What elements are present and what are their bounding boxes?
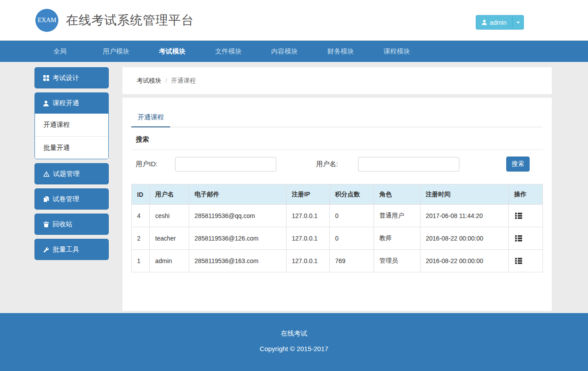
sidebar-subitem-batch-open[interactable]: 批量开通: [35, 136, 108, 159]
sidebar-item-label: 试题管理: [53, 170, 80, 178]
sidebar-item-course-open[interactable]: 课程开通: [35, 93, 108, 114]
cell-email: 2858119536@163.com: [189, 250, 286, 272]
tab-open-course[interactable]: 开通课程: [131, 108, 170, 127]
username-input[interactable]: [358, 157, 459, 172]
footer-site-name: 在线考试: [0, 329, 588, 338]
cell-operation: [509, 227, 543, 250]
cell-register-time: 2016-08-22 00:00:00: [420, 227, 509, 250]
sidebar-item-question-management[interactable]: 试题管理: [34, 163, 109, 184]
col-header-register-time: 注册时间: [420, 184, 509, 205]
sidebar-item-paper-management[interactable]: 试卷管理: [34, 188, 109, 210]
col-header-role: 角色: [374, 184, 420, 205]
trash-icon: [43, 222, 49, 227]
cell-email: 2858119536@126.com: [189, 227, 286, 250]
sidebar-item-label: 考试设计: [53, 74, 79, 82]
main-panel: 开通课程 搜索 用户ID: 用户名: 搜索 ID 用户名: [122, 98, 552, 311]
nav-item-global[interactable]: 全局: [32, 41, 88, 62]
cell-role: 管理员: [374, 250, 420, 272]
cell-id: 2: [132, 227, 150, 250]
cell-ip: 127.0.0.1: [286, 250, 330, 272]
warning-icon: [43, 171, 50, 177]
cell-register-time: 2016-08-22 00:00:00: [420, 250, 509, 272]
user-icon: [481, 19, 487, 25]
sidebar-item-label: 试卷管理: [53, 195, 79, 203]
col-header-username: 用户名: [150, 184, 189, 205]
cell-role: 普通用户: [374, 205, 420, 227]
sidebar: 考试设计 课程开通 开通课程 批量开通 试题管理 试卷管理: [34, 67, 109, 313]
cell-points: 769: [330, 250, 374, 272]
username-label: 用户名:: [316, 160, 338, 168]
operation-button[interactable]: [514, 234, 523, 242]
user-id-label: 用户ID:: [136, 160, 157, 168]
cell-ip: 127.0.0.1: [286, 205, 330, 227]
search-section-title: 搜索: [131, 127, 543, 150]
user-name-label: admin: [490, 19, 507, 26]
th-list-icon: [515, 213, 522, 219]
search-button[interactable]: 搜索: [506, 157, 530, 172]
col-header-email: 电子邮件: [189, 184, 286, 205]
table-header-row: ID 用户名 电子邮件 注册IP 积分点数 角色 注册时间 操作: [132, 184, 543, 205]
user-menu-button[interactable]: admin: [476, 15, 512, 30]
table-row: 1 admin 2858119536@163.com 127.0.0.1 769…: [132, 250, 543, 272]
users-table: ID 用户名 电子邮件 注册IP 积分点数 角色 注册时间 操作 4 ceshi: [131, 184, 543, 272]
grid-icon: [43, 75, 49, 81]
cell-username: admin: [150, 250, 189, 272]
top-navigation: 全局 用户模块 考试模块 文件模块 内容模块 财务模块 课程模块: [0, 41, 588, 62]
nav-item-course-module[interactable]: 课程模块: [369, 41, 425, 62]
sidebar-item-recycle-bin[interactable]: 回收站: [34, 214, 109, 235]
operation-button[interactable]: [514, 212, 523, 220]
page-header: EXAM 在线考试系统管理平台 admin: [0, 0, 588, 41]
user-button-group: admin: [476, 15, 524, 30]
cell-operation: [509, 205, 543, 227]
content-area: 考试设计 课程开通 开通课程 批量开通 试题管理 试卷管理: [0, 62, 588, 313]
col-header-operation: 操作: [509, 184, 543, 205]
page-title: 在线考试系统管理平台: [66, 12, 194, 29]
cell-points: 0: [330, 205, 374, 227]
tab-bar: 开通课程: [131, 98, 543, 127]
cell-email: 2858119536@qq.com: [189, 205, 286, 227]
col-header-id: ID: [132, 184, 150, 205]
search-form: 用户ID: 用户名: 搜索: [131, 150, 543, 178]
sidebar-subitem-open-course[interactable]: 开通课程: [35, 114, 108, 136]
table-row: 4 ceshi 2858119536@qq.com 127.0.0.1 0 普通…: [132, 205, 543, 227]
exam-logo: EXAM: [35, 9, 58, 32]
sidebar-item-exam-design[interactable]: 考试设计: [34, 67, 109, 88]
nav-item-user-module[interactable]: 用户模块: [88, 41, 144, 62]
nav-item-exam-module[interactable]: 考试模块: [144, 41, 200, 62]
operation-button[interactable]: [514, 257, 523, 265]
logo-text: EXAM: [38, 16, 56, 24]
cell-id: 1: [132, 250, 150, 272]
cell-operation: [509, 250, 543, 272]
cell-username: teacher: [150, 227, 189, 250]
footer-copyright: Copyright © 2015-2017: [0, 345, 588, 352]
cell-register-time: 2017-06-08 11:44:20: [420, 205, 509, 227]
cell-id: 4: [132, 205, 150, 227]
sidebar-item-label: 回收站: [53, 220, 73, 229]
nav-item-file-module[interactable]: 文件模块: [200, 41, 256, 62]
sidebar-item-label: 批量工具: [53, 245, 79, 254]
nav-item-content-module[interactable]: 内容模块: [256, 41, 313, 62]
th-list-icon: [515, 235, 522, 241]
cell-username: ceshi: [150, 205, 189, 227]
breadcrumb: 考试模块 / 开通课程: [122, 67, 552, 94]
sidebar-group-course-open: 课程开通 开通课程 批量开通: [34, 92, 109, 159]
sidebar-item-batch-tools[interactable]: 批量工具: [34, 239, 109, 260]
breadcrumb-separator: /: [165, 77, 167, 84]
col-header-points: 积分点数: [330, 184, 374, 205]
main-column: 考试模块 / 开通课程 开通课程 搜索 用户ID: 用户名: 搜索: [122, 67, 552, 313]
nav-item-finance-module[interactable]: 财务模块: [313, 41, 369, 62]
page-footer: 在线考试 Copyright © 2015-2017: [0, 313, 588, 371]
th-list-icon: [515, 258, 522, 264]
sidebar-item-label: 课程开通: [53, 99, 79, 107]
wrench-icon: [43, 247, 49, 252]
cell-points: 0: [330, 227, 374, 250]
user-id-input[interactable]: [175, 157, 276, 172]
breadcrumb-current: 开通课程: [171, 77, 196, 85]
duplicate-icon: [43, 196, 49, 202]
cell-ip: 127.0.0.1: [286, 227, 330, 250]
table-row: 2 teacher 2858119536@126.com 127.0.0.1 0…: [132, 227, 543, 250]
cell-role: 教师: [374, 227, 420, 250]
breadcrumb-parent[interactable]: 考试模块: [137, 77, 161, 85]
user-icon: [43, 100, 49, 107]
user-dropdown-toggle[interactable]: [512, 15, 524, 30]
